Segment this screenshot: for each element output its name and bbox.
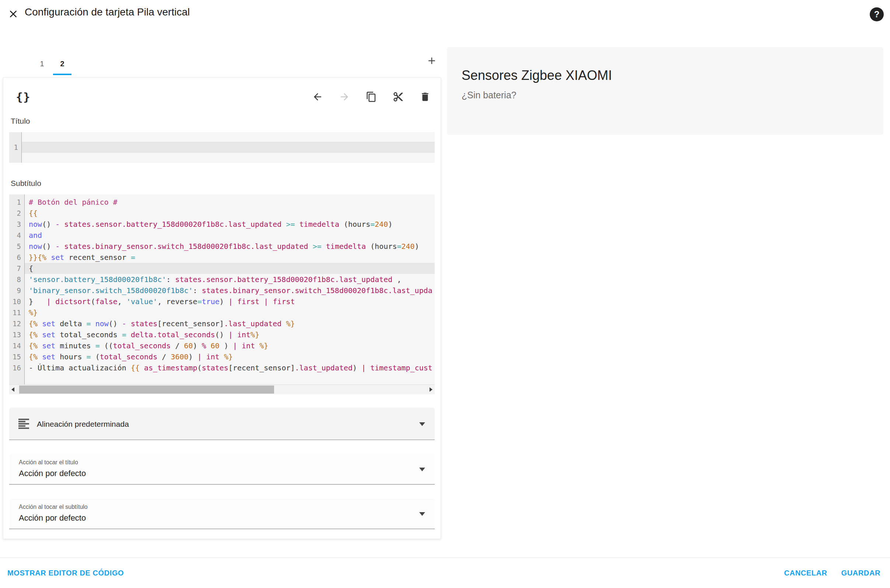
code-line[interactable]: 3now() - states.sensor.battery_158d00020… bbox=[9, 219, 435, 230]
template-braces-button[interactable]: {} bbox=[14, 88, 32, 106]
dialog-footer: MOSTRAR EDITOR DE CÓDIGO CANCELAR GUARDA… bbox=[0, 558, 890, 588]
close-dialog-button[interactable] bbox=[5, 6, 21, 22]
dialog-title: Configuración de tarjeta Pila vertical bbox=[25, 6, 190, 18]
preview-card-subtitle: ¿Sin bateria? bbox=[462, 90, 516, 100]
redo-button[interactable] bbox=[335, 88, 353, 106]
subtitle-code-editor[interactable]: 1# Botón del pánico #2{{3now() - states.… bbox=[9, 194, 435, 394]
title-editor-line[interactable]: 1 bbox=[9, 142, 435, 153]
preview-card-title: Sensores Zigbee XIAOMI bbox=[462, 68, 612, 83]
redo-arrow-icon bbox=[339, 91, 350, 102]
copy-button[interactable] bbox=[362, 88, 380, 106]
tap-action-subtitle-select[interactable]: Acción al tocar el subtítulo Acción por … bbox=[9, 498, 435, 529]
subtitle-field-label: Subtítulo bbox=[11, 179, 435, 189]
code-line[interactable]: 15{% set hours = (total_seconds / 3600) … bbox=[9, 351, 435, 362]
scrollbar-left-arrow-icon[interactable] bbox=[11, 387, 14, 392]
content-copy-icon bbox=[366, 91, 377, 102]
code-line[interactable]: 6}}{% set recent_sensor = bbox=[9, 252, 435, 263]
card-config-panel: {} bbox=[3, 77, 441, 539]
dropdown-caret-icon bbox=[419, 468, 425, 471]
tab-1[interactable]: 1 bbox=[32, 54, 52, 74]
scrollbar-thumb[interactable] bbox=[19, 386, 274, 394]
add-card-button[interactable] bbox=[423, 52, 440, 69]
tap-action-title-label: Acción al tocar el título bbox=[19, 459, 78, 466]
plus-icon bbox=[426, 55, 437, 66]
scissors-icon bbox=[393, 91, 404, 102]
align-left-icon bbox=[18, 418, 29, 430]
card-editor-pane: 1 2 {} bbox=[3, 47, 441, 539]
cancel-button[interactable]: CANCELAR bbox=[784, 569, 827, 578]
code-line[interactable]: 12{% set delta = now() - states[recent_s… bbox=[9, 318, 435, 329]
code-line[interactable]: 2{{ bbox=[9, 208, 435, 219]
code-line[interactable]: 16- Última actualización {{ as_timestamp… bbox=[9, 362, 435, 374]
title-code-editor[interactable]: 1 bbox=[9, 132, 435, 163]
show-code-editor-button[interactable]: MOSTRAR EDITOR DE CÓDIGO bbox=[8, 569, 124, 578]
tap-action-title-value: Acción por defecto bbox=[19, 469, 86, 478]
tap-action-subtitle-value: Acción por defecto bbox=[19, 513, 86, 523]
code-line[interactable]: 8'sensor.battery_158d00020f1b8c': states… bbox=[9, 274, 435, 285]
tap-action-title-select[interactable]: Acción al tocar el título Acción por def… bbox=[9, 454, 435, 484]
alignment-select[interactable]: Alineación predeterminada bbox=[9, 408, 435, 440]
dropdown-caret-icon bbox=[419, 512, 425, 516]
line-number: 1 bbox=[9, 142, 22, 153]
tab-2[interactable]: 2 bbox=[52, 54, 72, 74]
delete-button[interactable] bbox=[416, 88, 434, 106]
code-line[interactable]: 11%} bbox=[9, 307, 435, 318]
dropdown-caret-icon bbox=[419, 422, 425, 426]
subtitle-code-lines: 1# Botón del pánico #2{{3now() - states.… bbox=[9, 194, 435, 384]
alignment-value: Alineación predeterminada bbox=[37, 420, 129, 429]
undo-button[interactable] bbox=[309, 88, 326, 106]
code-line[interactable]: 4and bbox=[9, 230, 435, 241]
card-tabs: 1 2 bbox=[3, 47, 441, 77]
cut-button[interactable] bbox=[389, 88, 407, 106]
scrollbar-right-arrow-icon[interactable] bbox=[430, 387, 433, 392]
save-button[interactable]: GUARDAR bbox=[841, 569, 880, 578]
code-line[interactable]: 7{ bbox=[9, 263, 435, 274]
help-icon: ? bbox=[874, 9, 880, 20]
code-line[interactable]: 5now() - states.binary_sensor.switch_158… bbox=[9, 241, 435, 252]
code-line[interactable]: 13{% set total_seconds = delta.total_sec… bbox=[9, 329, 435, 340]
tap-action-subtitle-label: Acción al tocar el subtítulo bbox=[19, 504, 88, 510]
code-line[interactable]: 9'binary_sensor.switch_158d00020f1b8c': … bbox=[9, 285, 435, 296]
code-line[interactable]: 1# Botón del pánico # bbox=[9, 196, 435, 208]
help-button[interactable]: ? bbox=[870, 8, 884, 21]
close-icon bbox=[8, 8, 19, 20]
active-tab-indicator bbox=[53, 74, 71, 75]
undo-arrow-icon bbox=[312, 91, 323, 102]
horizontal-scrollbar[interactable] bbox=[9, 384, 435, 394]
title-field-label: Título bbox=[11, 117, 435, 126]
editor-toolbar: {} bbox=[9, 87, 435, 107]
code-line[interactable]: 14{% set minutes = ((total_seconds / 60)… bbox=[9, 340, 435, 351]
code-line[interactable]: 10} | dictsort(false, 'value', reverse=t… bbox=[9, 296, 435, 307]
card-preview: Sensores Zigbee XIAOMI ¿Sin bateria? bbox=[447, 47, 883, 135]
trash-icon bbox=[419, 91, 431, 102]
